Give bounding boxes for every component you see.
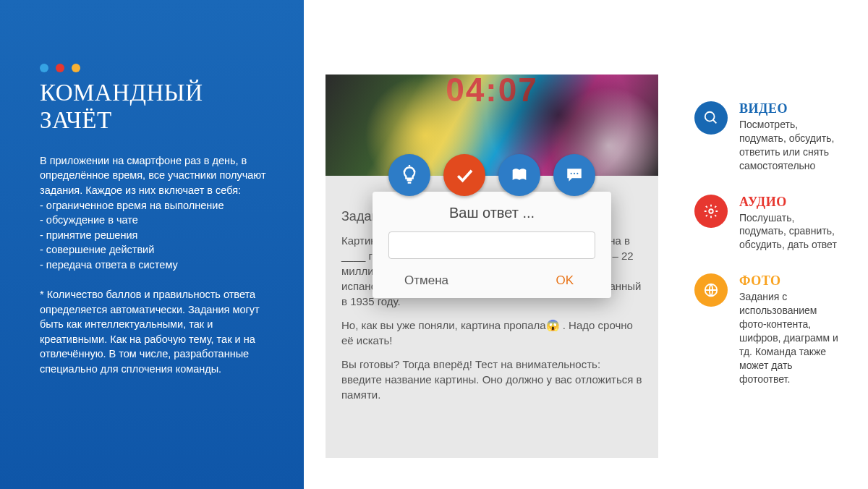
intro-text: В приложении на смартфоне раз в день, в …	[40, 153, 275, 198]
svg-point-2	[576, 173, 578, 174]
bullet-2: - принятие решения	[40, 228, 275, 243]
feature-video: ВИДЕО Посмотреть, подумать, обсудить, от…	[694, 101, 843, 173]
magnifier-icon	[694, 101, 728, 135]
left-panel: КОМАНДНЫЙ ЗАЧЁТ В приложении на смартфон…	[0, 0, 304, 489]
cancel-button[interactable]: Отмена	[388, 263, 489, 298]
feature-title: ВИДЕО	[739, 101, 843, 116]
feature-audio: АУДИО Послушать, подумать, сравнить, обс…	[694, 195, 843, 252]
bullet-3: - совершение действий	[40, 242, 275, 258]
book-icon	[509, 165, 529, 185]
feature-desc: Задания с использованием фото-контента, …	[739, 290, 843, 386]
answer-input[interactable]	[388, 231, 595, 259]
svg-point-0	[571, 173, 572, 174]
feature-title: ФОТО	[739, 273, 843, 289]
chat-icon	[565, 166, 584, 184]
dot-red	[56, 64, 64, 72]
svg-point-5	[709, 209, 713, 213]
modal-overlay: Ваш ответ ... Отмена OK	[326, 75, 658, 458]
phone-mockup: 04:07 Задание 3 / 23	[326, 75, 658, 458]
page-title: КОМАНДНЫЙ ЗАЧЁТ	[40, 80, 275, 135]
action-bar	[326, 154, 658, 196]
bullet-1: - обсуждение в чате	[40, 213, 275, 228]
svg-line-4	[713, 120, 717, 124]
title-line-2: ЗАЧЁТ	[40, 107, 112, 133]
submit-button[interactable]	[443, 154, 485, 196]
center-column: 04:07 Задание 3 / 23	[304, 0, 680, 489]
dot-blue	[40, 64, 48, 72]
footnote-text: * Количество баллов и правильность ответ…	[40, 287, 275, 376]
hint-button[interactable]	[388, 154, 430, 196]
svg-point-3	[705, 112, 715, 122]
chat-button[interactable]	[553, 154, 595, 196]
globe-icon	[694, 273, 728, 307]
bullet-0: - ограниченное время на выполнение	[40, 198, 275, 213]
lightbulb-icon	[399, 165, 420, 185]
check-icon	[454, 164, 475, 186]
feature-title: АУДИО	[739, 195, 843, 210]
read-button[interactable]	[498, 154, 540, 196]
modal-title: Ваш ответ ...	[388, 205, 595, 221]
decorative-dots	[40, 64, 275, 72]
dot-yellow	[72, 64, 80, 72]
bullet-4: - передача ответа в систему	[40, 258, 275, 273]
ok-button[interactable]: OK	[489, 263, 595, 298]
features-column: ВИДЕО Посмотреть, подумать, обсудить, от…	[680, 0, 868, 489]
modal-actions: Отмена OK	[388, 263, 595, 298]
feature-photo: ФОТО Задания с использованием фото-конте…	[694, 273, 843, 386]
gear-icon	[694, 195, 728, 228]
title-line-1: КОМАНДНЫЙ	[40, 80, 203, 106]
answer-modal: Ваш ответ ... Отмена OK	[373, 192, 611, 298]
feature-desc: Послушать, подумать, сравнить, обсудить,…	[739, 211, 843, 252]
svg-point-1	[574, 173, 575, 174]
feature-desc: Посмотреть, подумать, обсудить, ответить…	[739, 118, 843, 173]
left-body-text: В приложении на смартфоне раз в день, в …	[40, 153, 275, 377]
